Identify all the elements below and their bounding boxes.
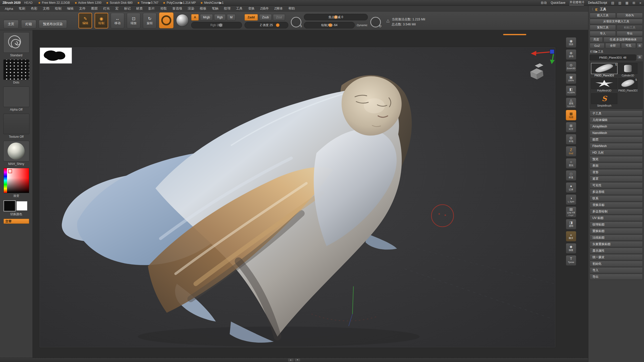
airbrush-toggle[interactable]: A	[191, 14, 199, 21]
goz-button[interactable]: Z GoZ	[566, 146, 576, 157]
stroke-preview-icon[interactable]: 5	[291, 17, 301, 27]
grid-icon[interactable]: ▦	[625, 1, 628, 5]
rgb-intensity-slider[interactable]: Rgb 强度	[191, 22, 242, 28]
lightbox-button[interactable]: 灯箱	[21, 20, 36, 28]
tool-section-row[interactable]: FiberMesh	[590, 143, 643, 149]
tool-slot[interactable]: SimpleBrush	[591, 93, 617, 107]
tool-section-row[interactable]: ArrayMesh	[590, 123, 643, 129]
local-transform-button[interactable]: ◎ 本地	[566, 134, 576, 145]
frame-button[interactable]: □ 框显	[566, 170, 576, 181]
floor-grid-button[interactable]: ▦ 地面	[566, 110, 576, 120]
material-selector[interactable]	[3, 141, 29, 161]
tool-section-row[interactable]: 置换贴图	[590, 228, 643, 234]
current-brush-button[interactable]	[159, 12, 174, 28]
hue-strip[interactable]	[4, 168, 7, 193]
make-polymesh-button[interactable]: 生成 多边形网格物体	[603, 37, 643, 42]
actual-size-button[interactable]: ▣ 100%	[566, 73, 576, 84]
menu-item[interactable]: 材质	[133, 6, 145, 11]
menu-item[interactable]: 帮助	[286, 6, 298, 11]
tool-section-row[interactable]: 表面	[590, 163, 643, 169]
tool-slot[interactable]: 5 PM3D_Plane3D3	[618, 78, 637, 92]
tool-section-row[interactable]: 子工具	[590, 110, 643, 116]
menu-item[interactable]: 编辑	[64, 6, 76, 11]
menu-item[interactable]: 宏	[112, 6, 121, 11]
export-button[interactable]: 导出	[617, 31, 643, 36]
swap-color-button[interactable]: 交替	[4, 219, 29, 224]
main-color-swatch[interactable]	[4, 200, 16, 211]
brightness-button[interactable]: 亮度	[590, 37, 603, 42]
menu-item[interactable]: Z插件	[257, 6, 271, 11]
m-toggle[interactable]: M	[227, 14, 235, 21]
tool-section-row[interactable]: 矢量置换贴图	[590, 241, 643, 247]
perspective-button[interactable]: △ 透视 Dynamic	[566, 98, 576, 108]
keyboard-icon[interactable]: ▤	[611, 1, 614, 5]
menu-item[interactable]: 文件	[76, 6, 88, 11]
display-icon[interactable]: ▥	[618, 1, 621, 5]
goz-r-button[interactable]: R	[637, 43, 643, 48]
tool-section-row[interactable]: 可见性	[590, 182, 643, 188]
paste-tool-button[interactable]: 粘贴工具	[617, 25, 643, 30]
aa-half-button[interactable]: ◧ AC50%	[566, 85, 576, 96]
tool-section-row[interactable]: 几何体编辑	[590, 117, 643, 123]
tool-section-row[interactable]: HD 几何	[590, 150, 643, 156]
menu-item[interactable]: 首选项	[170, 6, 185, 11]
zoom3d-button[interactable]: ⊙ Zoom3D	[566, 61, 576, 72]
active-tool-r-button[interactable]: R	[637, 55, 643, 60]
l-sym-button[interactable]: ◑ L.Sym	[566, 194, 576, 205]
scroll-down-button[interactable]: ▼	[295, 358, 300, 361]
polyframe-button[interactable]: ▤ Line Fill PolyF	[566, 206, 576, 217]
tool-section-row[interactable]: 遮罩	[590, 176, 643, 182]
tool-section-row[interactable]: NanoMesh	[590, 130, 643, 136]
zadd-toggle[interactable]: Zadd	[245, 14, 258, 21]
tpose-button[interactable]: T Tpose	[566, 255, 576, 266]
goz-visible-button[interactable]: 可见	[621, 43, 636, 48]
menu-item[interactable]: 标记	[121, 6, 133, 11]
magnify-button[interactable]: ○ 查找	[566, 158, 576, 169]
draw-button[interactable]: ◉ 绘制	[95, 13, 108, 28]
menu-item[interactable]: 图层	[88, 6, 100, 11]
tool-section-row[interactable]: UV 贴图	[590, 215, 643, 221]
copy-tool-button[interactable]: 复制工具	[590, 25, 616, 30]
active-tool-slider[interactable]: PM3D_Plane3D3. 48	[590, 55, 636, 61]
menu-item[interactable]: 色彩	[28, 6, 40, 11]
import-button[interactable]: 导入	[590, 31, 616, 36]
load-tool-button[interactable]: 载入工具	[590, 13, 616, 18]
tool-section-row[interactable]: 导出	[590, 274, 643, 280]
menu-item[interactable]: 绘制	[52, 6, 64, 11]
zscript-button[interactable]: DefaultZScript	[588, 1, 607, 5]
menu-item[interactable]: Alpha	[2, 6, 16, 11]
edit-button[interactable]: ✎ 编辑	[78, 13, 92, 28]
menu-item[interactable]: Z脚本	[271, 6, 286, 11]
menu-item[interactable]: 渲染	[185, 6, 197, 11]
mrgb-toggle[interactable]: Mrgb	[200, 14, 213, 21]
tool-section-row[interactable]: 导入	[590, 267, 643, 273]
tool-section-row[interactable]: 法线贴图	[590, 235, 643, 241]
tool-section-row[interactable]: 纹理贴图	[590, 221, 643, 228]
tray-divider-handle[interactable]	[503, 34, 526, 35]
rotate-button[interactable]: ↻ 旋转	[143, 13, 156, 28]
tool-section-row[interactable]: 多边形组	[590, 189, 643, 195]
texture-selector[interactable]	[3, 114, 29, 134]
menu-item[interactable]: 模板	[197, 6, 209, 11]
tool-section-row[interactable]: 预览	[590, 156, 643, 162]
tool-section-row[interactable]: 变形	[590, 169, 643, 175]
menu-item[interactable]: 拾取	[157, 6, 170, 11]
home-button[interactable]: 主页	[4, 20, 19, 28]
brush-selector[interactable]	[3, 32, 29, 53]
menu-item[interactable]: 灯光	[100, 6, 112, 11]
tool-section-row[interactable]: 图层	[590, 137, 643, 143]
rgb-toggle[interactable]: Rgb	[214, 14, 226, 21]
menu-item[interactable]: 纹理	[221, 6, 233, 11]
tool-section-row[interactable]: 统一蒙皮	[590, 254, 643, 260]
tool-section-row[interactable]: 联系	[590, 195, 643, 201]
color-picker[interactable]	[4, 168, 29, 193]
transparency-slider[interactable]: 开启透明 0	[569, 0, 584, 5]
close-icon[interactable]: ×	[639, 1, 641, 5]
goz-all-button[interactable]: 全部	[605, 43, 620, 48]
bpr-render-button[interactable]: ◉ 渲染	[566, 37, 576, 48]
menu-item[interactable]: 笔刷	[16, 6, 28, 11]
z-intensity-slider[interactable]: Z 强度 25	[245, 22, 288, 28]
menu-item[interactable]: 文档	[40, 6, 52, 11]
secondary-color-swatch[interactable]	[16, 201, 27, 211]
scroll-up-button[interactable]: ▲	[288, 358, 294, 361]
